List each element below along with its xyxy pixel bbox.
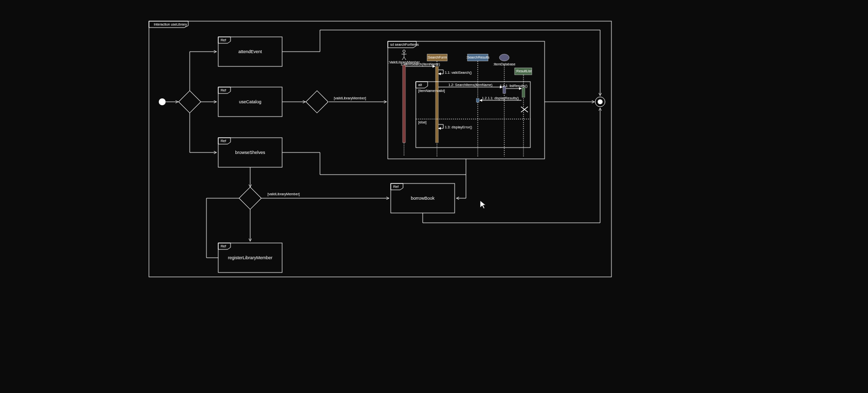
- activation-member: [403, 65, 405, 143]
- alt-cond1: [itemName=valid]: [418, 89, 445, 93]
- edge-d1-attend: [190, 52, 216, 91]
- sd-panel: sd searchForItems :ValidLibraryMember :S…: [388, 41, 545, 159]
- lifeline-search-results: :SearchResults: [466, 56, 490, 59]
- decision-1: [178, 91, 201, 113]
- ref-borrow-book-name: borrowBook: [411, 196, 435, 201]
- final-node: [595, 97, 605, 107]
- ref-register-library-member: Ref registerLibraryMember: [218, 243, 282, 272]
- ref-browse-shelves: Ref browseShelves: [218, 138, 282, 167]
- ref-browse-shelves-name: browseShelves: [235, 150, 265, 155]
- guard-1: [validLibraryMember]: [334, 96, 366, 100]
- destroy-icon: [521, 107, 528, 112]
- svg-text:Ref: Ref: [221, 38, 226, 42]
- alt-label: alt: [418, 83, 422, 87]
- guard-2: [validLibraryMember]: [267, 192, 299, 196]
- activation-resultlist: [522, 88, 525, 97]
- svg-rect-2: [306, 91, 328, 113]
- svg-point-17: [403, 50, 405, 53]
- cursor-icon: [480, 201, 486, 209]
- decision-2: [306, 91, 328, 113]
- msg-1211: 1.2.1.1: displayResults(): [482, 96, 519, 100]
- ref-use-catalog-name: useCatalog: [239, 99, 261, 104]
- activation-searchresults: [476, 98, 479, 102]
- svg-point-15: [598, 99, 603, 104]
- lifeline-item-database-head: [499, 54, 509, 61]
- svg-text:Ref: Ref: [221, 244, 226, 248]
- ref-borrow-book: Ref borrowBook: [391, 183, 455, 213]
- svg-text:Ref: Ref: [393, 185, 399, 188]
- edge-attend-final: [282, 30, 600, 95]
- sd-title: sd searchForItems: [390, 43, 419, 46]
- ref-register-library-member-name: registerLibraryMember: [228, 255, 273, 260]
- msg-12: 1.2: SearchItems(itemName): [448, 83, 492, 87]
- edge-sd-borrow: [457, 159, 466, 198]
- svg-line-21: [404, 57, 406, 60]
- initial-node: [159, 98, 166, 105]
- edge-browse-sdpanel: [282, 152, 466, 175]
- ref-use-catalog: Ref useCatalog: [218, 87, 282, 117]
- diagram-canvas[interactable]: Interaction useLibrary Ref attendEvent R…: [0, 0, 868, 393]
- edge-d1-browse: [190, 113, 216, 152]
- msg-1: 1: ItemSearch(itemName): [401, 62, 440, 66]
- svg-rect-1: [178, 91, 201, 113]
- msg-121: 1.2.1: listResults(): [500, 84, 527, 88]
- actor-icon: [402, 50, 406, 60]
- edge-d3-left: [206, 198, 239, 258]
- lifeline-result-list: :ResultList: [516, 69, 532, 73]
- lifeline-item-database: :ItemDatabase: [493, 62, 516, 66]
- decision-3: [239, 187, 261, 209]
- msg-13: 1.3: displayError(): [445, 125, 472, 129]
- alt-cond2: [else]: [418, 121, 427, 124]
- lifeline-search-form: :SearchForm: [427, 56, 447, 59]
- svg-rect-3: [239, 187, 261, 209]
- activation-searchform: [435, 66, 438, 143]
- svg-text:Ref: Ref: [221, 139, 226, 143]
- ref-attend-event: Ref attendEvent: [218, 37, 282, 66]
- ref-attend-event-name: attendEvent: [238, 49, 262, 54]
- svg-line-20: [402, 57, 404, 60]
- interaction-title: Interaction useLibrary: [154, 23, 187, 27]
- svg-text:Ref: Ref: [221, 89, 226, 92]
- msg-11: 1.1: validSearch(): [445, 71, 472, 75]
